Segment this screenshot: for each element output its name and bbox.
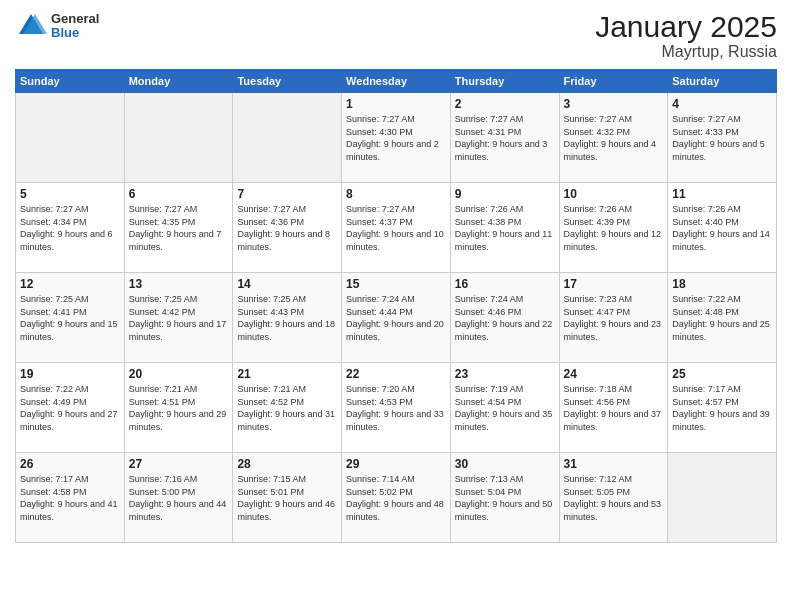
day-info: Sunrise: 7:20 AM Sunset: 4:53 PM Dayligh… — [346, 383, 446, 433]
calendar-cell: 4Sunrise: 7:27 AM Sunset: 4:33 PM Daylig… — [668, 93, 777, 183]
calendar-cell: 9Sunrise: 7:26 AM Sunset: 4:38 PM Daylig… — [450, 183, 559, 273]
day-number: 4 — [672, 97, 772, 111]
day-number: 2 — [455, 97, 555, 111]
logo-blue: Blue — [51, 26, 99, 40]
day-info: Sunrise: 7:22 AM Sunset: 4:48 PM Dayligh… — [672, 293, 772, 343]
day-info: Sunrise: 7:12 AM Sunset: 5:05 PM Dayligh… — [564, 473, 664, 523]
weekday-header: Friday — [559, 70, 668, 93]
day-info: Sunrise: 7:18 AM Sunset: 4:56 PM Dayligh… — [564, 383, 664, 433]
day-number: 8 — [346, 187, 446, 201]
day-info: Sunrise: 7:22 AM Sunset: 4:49 PM Dayligh… — [20, 383, 120, 433]
page-subtitle: Mayrtup, Russia — [595, 43, 777, 61]
day-number: 6 — [129, 187, 229, 201]
day-info: Sunrise: 7:24 AM Sunset: 4:44 PM Dayligh… — [346, 293, 446, 343]
calendar-cell — [233, 93, 342, 183]
calendar-cell: 27Sunrise: 7:16 AM Sunset: 5:00 PM Dayli… — [124, 453, 233, 543]
day-number: 9 — [455, 187, 555, 201]
calendar-cell: 10Sunrise: 7:26 AM Sunset: 4:39 PM Dayli… — [559, 183, 668, 273]
calendar-cell: 7Sunrise: 7:27 AM Sunset: 4:36 PM Daylig… — [233, 183, 342, 273]
day-info: Sunrise: 7:16 AM Sunset: 5:00 PM Dayligh… — [129, 473, 229, 523]
calendar-cell — [668, 453, 777, 543]
day-number: 13 — [129, 277, 229, 291]
day-number: 19 — [20, 367, 120, 381]
calendar-week-row: 26Sunrise: 7:17 AM Sunset: 4:58 PM Dayli… — [16, 453, 777, 543]
day-number: 5 — [20, 187, 120, 201]
calendar-cell: 18Sunrise: 7:22 AM Sunset: 4:48 PM Dayli… — [668, 273, 777, 363]
day-info: Sunrise: 7:27 AM Sunset: 4:36 PM Dayligh… — [237, 203, 337, 253]
weekday-header: Monday — [124, 70, 233, 93]
day-info: Sunrise: 7:27 AM Sunset: 4:30 PM Dayligh… — [346, 113, 446, 163]
calendar-table: SundayMondayTuesdayWednesdayThursdayFrid… — [15, 69, 777, 543]
day-info: Sunrise: 7:21 AM Sunset: 4:52 PM Dayligh… — [237, 383, 337, 433]
main-container: General Blue January 2025 Mayrtup, Russi… — [0, 0, 792, 548]
calendar-cell: 11Sunrise: 7:26 AM Sunset: 4:40 PM Dayli… — [668, 183, 777, 273]
day-info: Sunrise: 7:24 AM Sunset: 4:46 PM Dayligh… — [455, 293, 555, 343]
weekday-header: Tuesday — [233, 70, 342, 93]
calendar-cell: 2Sunrise: 7:27 AM Sunset: 4:31 PM Daylig… — [450, 93, 559, 183]
calendar-cell: 12Sunrise: 7:25 AM Sunset: 4:41 PM Dayli… — [16, 273, 125, 363]
day-number: 12 — [20, 277, 120, 291]
calendar-cell — [124, 93, 233, 183]
calendar-cell: 3Sunrise: 7:27 AM Sunset: 4:32 PM Daylig… — [559, 93, 668, 183]
calendar-cell: 26Sunrise: 7:17 AM Sunset: 4:58 PM Dayli… — [16, 453, 125, 543]
weekday-header: Thursday — [450, 70, 559, 93]
day-info: Sunrise: 7:21 AM Sunset: 4:51 PM Dayligh… — [129, 383, 229, 433]
calendar-cell: 24Sunrise: 7:18 AM Sunset: 4:56 PM Dayli… — [559, 363, 668, 453]
calendar-cell: 21Sunrise: 7:21 AM Sunset: 4:52 PM Dayli… — [233, 363, 342, 453]
day-info: Sunrise: 7:25 AM Sunset: 4:41 PM Dayligh… — [20, 293, 120, 343]
logo-text: General Blue — [51, 12, 99, 41]
day-info: Sunrise: 7:27 AM Sunset: 4:35 PM Dayligh… — [129, 203, 229, 253]
day-info: Sunrise: 7:27 AM Sunset: 4:34 PM Dayligh… — [20, 203, 120, 253]
calendar-week-row: 5Sunrise: 7:27 AM Sunset: 4:34 PM Daylig… — [16, 183, 777, 273]
calendar-body: 1Sunrise: 7:27 AM Sunset: 4:30 PM Daylig… — [16, 93, 777, 543]
day-number: 3 — [564, 97, 664, 111]
day-number: 14 — [237, 277, 337, 291]
calendar-cell: 29Sunrise: 7:14 AM Sunset: 5:02 PM Dayli… — [342, 453, 451, 543]
calendar-cell: 31Sunrise: 7:12 AM Sunset: 5:05 PM Dayli… — [559, 453, 668, 543]
calendar-cell: 28Sunrise: 7:15 AM Sunset: 5:01 PM Dayli… — [233, 453, 342, 543]
calendar-cell: 6Sunrise: 7:27 AM Sunset: 4:35 PM Daylig… — [124, 183, 233, 273]
day-number: 15 — [346, 277, 446, 291]
day-info: Sunrise: 7:17 AM Sunset: 4:58 PM Dayligh… — [20, 473, 120, 523]
day-info: Sunrise: 7:13 AM Sunset: 5:04 PM Dayligh… — [455, 473, 555, 523]
calendar-cell: 1Sunrise: 7:27 AM Sunset: 4:30 PM Daylig… — [342, 93, 451, 183]
day-number: 25 — [672, 367, 772, 381]
day-number: 1 — [346, 97, 446, 111]
calendar-week-row: 12Sunrise: 7:25 AM Sunset: 4:41 PM Dayli… — [16, 273, 777, 363]
day-number: 26 — [20, 457, 120, 471]
day-number: 22 — [346, 367, 446, 381]
day-number: 27 — [129, 457, 229, 471]
day-info: Sunrise: 7:19 AM Sunset: 4:54 PM Dayligh… — [455, 383, 555, 433]
calendar-cell: 5Sunrise: 7:27 AM Sunset: 4:34 PM Daylig… — [16, 183, 125, 273]
weekday-header: Sunday — [16, 70, 125, 93]
day-number: 24 — [564, 367, 664, 381]
day-info: Sunrise: 7:27 AM Sunset: 4:32 PM Dayligh… — [564, 113, 664, 163]
calendar-cell: 20Sunrise: 7:21 AM Sunset: 4:51 PM Dayli… — [124, 363, 233, 453]
day-info: Sunrise: 7:25 AM Sunset: 4:42 PM Dayligh… — [129, 293, 229, 343]
day-info: Sunrise: 7:26 AM Sunset: 4:40 PM Dayligh… — [672, 203, 772, 253]
day-number: 21 — [237, 367, 337, 381]
page-title: January 2025 — [595, 10, 777, 43]
day-info: Sunrise: 7:27 AM Sunset: 4:33 PM Dayligh… — [672, 113, 772, 163]
day-number: 31 — [564, 457, 664, 471]
calendar-cell: 30Sunrise: 7:13 AM Sunset: 5:04 PM Dayli… — [450, 453, 559, 543]
day-number: 16 — [455, 277, 555, 291]
day-number: 20 — [129, 367, 229, 381]
day-info: Sunrise: 7:15 AM Sunset: 5:01 PM Dayligh… — [237, 473, 337, 523]
day-number: 23 — [455, 367, 555, 381]
day-info: Sunrise: 7:17 AM Sunset: 4:57 PM Dayligh… — [672, 383, 772, 433]
calendar-cell: 19Sunrise: 7:22 AM Sunset: 4:49 PM Dayli… — [16, 363, 125, 453]
calendar-cell: 8Sunrise: 7:27 AM Sunset: 4:37 PM Daylig… — [342, 183, 451, 273]
day-info: Sunrise: 7:27 AM Sunset: 4:31 PM Dayligh… — [455, 113, 555, 163]
day-info: Sunrise: 7:26 AM Sunset: 4:39 PM Dayligh… — [564, 203, 664, 253]
calendar-cell: 15Sunrise: 7:24 AM Sunset: 4:44 PM Dayli… — [342, 273, 451, 363]
day-info: Sunrise: 7:27 AM Sunset: 4:37 PM Dayligh… — [346, 203, 446, 253]
day-number: 17 — [564, 277, 664, 291]
logo: General Blue — [15, 10, 99, 42]
calendar-cell: 25Sunrise: 7:17 AM Sunset: 4:57 PM Dayli… — [668, 363, 777, 453]
calendar-cell: 16Sunrise: 7:24 AM Sunset: 4:46 PM Dayli… — [450, 273, 559, 363]
calendar-cell: 17Sunrise: 7:23 AM Sunset: 4:47 PM Dayli… — [559, 273, 668, 363]
calendar-cell — [16, 93, 125, 183]
day-number: 18 — [672, 277, 772, 291]
weekday-header: Wednesday — [342, 70, 451, 93]
